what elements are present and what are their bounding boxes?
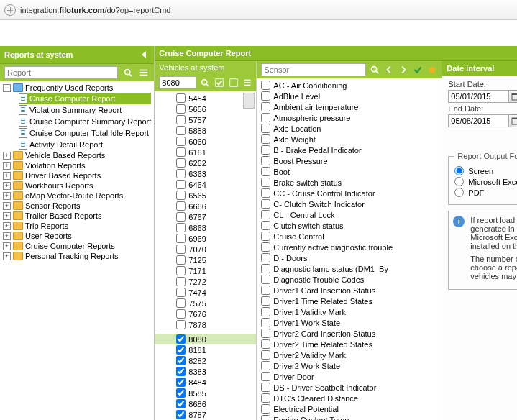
vehicle-checkbox[interactable] xyxy=(176,212,186,222)
vehicle-checkbox[interactable] xyxy=(176,191,186,200)
sensor-checkbox[interactable] xyxy=(261,415,270,420)
list-item[interactable]: 6060 xyxy=(155,136,256,147)
list-item[interactable]: Diagnostic Trouble Codes xyxy=(257,274,442,285)
list-icon[interactable] xyxy=(242,77,254,88)
uncheck-all-icon[interactable] xyxy=(228,77,239,88)
star-icon[interactable] xyxy=(426,64,438,76)
sensor-checkbox[interactable] xyxy=(261,91,270,101)
list-item[interactable]: D - Doors xyxy=(257,252,442,263)
vehicle-checkbox[interactable] xyxy=(176,388,186,398)
list-item[interactable]: Driver1 Work State xyxy=(257,317,442,328)
sensor-checkbox[interactable] xyxy=(261,221,270,230)
list-item[interactable]: Cruise Control xyxy=(257,231,442,242)
list-item[interactable]: 8787 xyxy=(155,409,256,420)
list-item[interactable]: 5858 xyxy=(155,125,256,136)
sensor-checkbox[interactable] xyxy=(261,372,270,381)
list-item[interactable]: 7474 xyxy=(155,287,256,298)
vehicle-checkbox[interactable] xyxy=(176,158,186,168)
sensor-checkbox[interactable] xyxy=(261,286,270,295)
list-item[interactable]: 5454 xyxy=(155,93,256,104)
vehicle-checkbox[interactable] xyxy=(176,115,186,124)
sensor-checkbox[interactable] xyxy=(261,296,270,306)
list-item[interactable]: 8080 xyxy=(155,334,256,344)
tree-item[interactable]: Activity Detail Report xyxy=(19,139,151,150)
list-item[interactable]: Atmospheric pressure xyxy=(257,112,442,123)
list-item[interactable]: Boost Pressure xyxy=(257,155,442,166)
sensor-checkbox[interactable] xyxy=(261,102,270,111)
list-item[interactable]: 8585 xyxy=(155,388,256,398)
list-item[interactable]: DS - Driver Seatbelt Indicator xyxy=(257,382,442,393)
list-item[interactable]: 8686 xyxy=(155,398,256,409)
list-item[interactable]: 7070 xyxy=(155,244,256,255)
list-item[interactable]: Driver2 Time Related States xyxy=(257,339,442,350)
output-pdf-radio[interactable] xyxy=(454,188,464,197)
list-item[interactable]: 8282 xyxy=(155,355,256,366)
sensor-checkbox[interactable] xyxy=(261,156,270,165)
sensor-list[interactable]: AC - Air ConditioningAdBlue LevelAmbient… xyxy=(257,78,442,420)
expand-all-icon[interactable] xyxy=(138,67,150,78)
tree-item[interactable]: Cruise Computer Report xyxy=(19,93,151,104)
list-item[interactable]: Axle Weight xyxy=(257,134,442,145)
sensor-checkbox[interactable] xyxy=(261,188,270,198)
list-item[interactable]: AC - Air Conditioning xyxy=(257,80,442,91)
sensor-checkbox[interactable] xyxy=(261,167,270,176)
tree-item[interactable]: Cruise Computer Total Idle Report xyxy=(19,127,151,139)
vehicle-checkbox[interactable] xyxy=(176,277,186,286)
vehicle-checkbox[interactable] xyxy=(176,245,186,254)
list-item[interactable]: Ambient air temperature xyxy=(257,101,442,112)
list-item[interactable]: Driver Door xyxy=(257,371,442,382)
vehicle-checkbox[interactable] xyxy=(176,266,186,275)
list-item[interactable]: 7272 xyxy=(155,276,256,287)
sensor-checkbox[interactable] xyxy=(261,145,270,155)
tree-item[interactable]: Violation Summary Report xyxy=(19,104,151,116)
list-item[interactable]: 6868 xyxy=(155,222,256,233)
list-item[interactable]: 8383 xyxy=(155,366,256,377)
list-item[interactable]: Driver2 Card Insertion Status xyxy=(257,328,442,339)
vehicle-checkbox[interactable] xyxy=(176,298,186,308)
list-item[interactable]: 7878 xyxy=(155,319,256,330)
list-item[interactable]: 7125 xyxy=(155,255,256,265)
sensor-checkbox[interactable] xyxy=(261,383,270,392)
list-item[interactable]: 5757 xyxy=(155,114,256,125)
list-item[interactable]: Electrical Potential xyxy=(257,403,442,414)
tree-item[interactable]: Cruise Computer Summary Report xyxy=(19,116,151,127)
vehicle-checkbox[interactable] xyxy=(176,367,186,376)
vehicle-checkbox[interactable] xyxy=(176,378,186,387)
vehicle-checkbox[interactable] xyxy=(176,309,186,319)
list-item[interactable]: Engine Coolant Temp xyxy=(257,414,442,420)
sensor-checkbox[interactable] xyxy=(261,178,270,187)
tree-folder[interactable]: +Violation Reports xyxy=(3,160,151,170)
sensor-checkbox[interactable] xyxy=(261,210,270,219)
list-item[interactable]: 8484 xyxy=(155,377,256,388)
list-item[interactable]: B - Brake Pedal Indicator xyxy=(257,145,442,155)
tree-folder[interactable]: +Sensor Reports xyxy=(3,201,151,211)
next-icon[interactable] xyxy=(398,64,409,76)
list-item[interactable]: Diagnostic lamp status (DM1_By xyxy=(257,263,442,274)
list-item[interactable]: Driver2 Work State xyxy=(257,360,442,371)
sensor-checkbox[interactable] xyxy=(261,134,270,144)
sensor-checkbox[interactable] xyxy=(261,339,270,349)
start-date-input[interactable] xyxy=(448,90,509,103)
vehicle-checkbox[interactable] xyxy=(176,223,186,232)
sensor-checkbox[interactable] xyxy=(261,253,270,262)
vehicle-checkbox[interactable] xyxy=(176,410,186,419)
list-item[interactable]: 6464 xyxy=(155,179,256,190)
vehicle-checkbox[interactable] xyxy=(176,288,186,297)
vehicle-checkbox[interactable] xyxy=(176,126,186,135)
list-item[interactable]: Clutch switch status xyxy=(257,220,442,231)
vehicle-search-input[interactable] xyxy=(159,76,196,89)
check-icon[interactable] xyxy=(412,64,424,76)
tree-folder[interactable]: +Trip Reports xyxy=(3,221,151,231)
sensor-search-input[interactable] xyxy=(261,63,366,76)
list-item[interactable]: 6969 xyxy=(155,233,256,244)
list-item[interactable]: 6565 xyxy=(155,190,256,201)
list-item[interactable]: Driver2 Validity Mark xyxy=(257,350,442,360)
tree-root[interactable]: −Frequently Used Reports xyxy=(3,83,151,93)
list-item[interactable]: CL - Central Lock xyxy=(257,209,442,220)
list-item[interactable]: 5656 xyxy=(155,104,256,114)
tree-folder[interactable]: +User Reports xyxy=(3,231,151,241)
tree-folder[interactable]: +Workhours Reports xyxy=(3,181,151,191)
tree-folder[interactable]: +Personal Tracking Reports xyxy=(3,251,151,261)
vehicle-list[interactable]: 5454565657575858606061616262636364646565… xyxy=(155,91,256,420)
list-item[interactable]: 7171 xyxy=(155,265,256,276)
